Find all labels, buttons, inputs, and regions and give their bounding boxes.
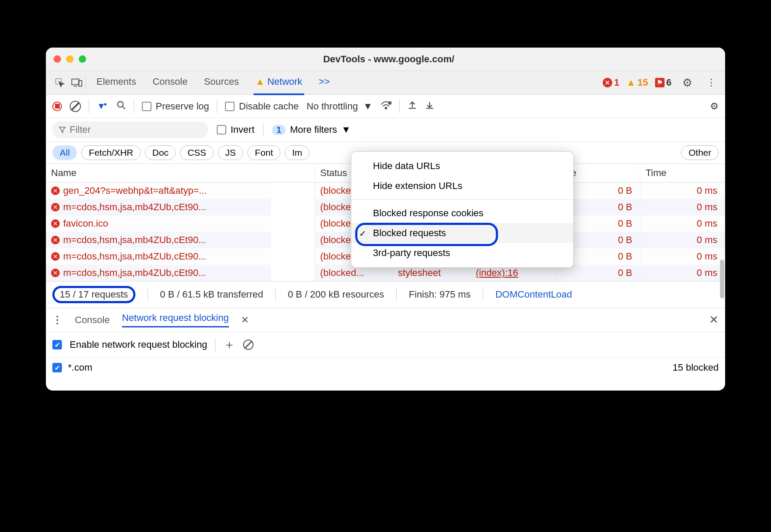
dd-3rd-party[interactable]: 3rd-party requests: [351, 243, 573, 263]
throttling-select[interactable]: No throttling▼: [307, 101, 373, 112]
close-drawer-icon[interactable]: ✕: [709, 313, 719, 327]
divider: [148, 288, 148, 301]
warnings-counter[interactable]: ▲15: [626, 77, 648, 88]
tab-network[interactable]: ▲Network: [254, 70, 304, 95]
type-pill-xhr[interactable]: Fetch/XHR: [81, 145, 141, 160]
record-button[interactable]: [52, 102, 62, 111]
type-pill-doc[interactable]: Doc: [145, 145, 176, 160]
network-toolbar: ▼• Preserve log Disable cache No throttl…: [46, 95, 725, 118]
divider: [86, 76, 86, 90]
close-drawer-tab-icon[interactable]: ✕: [241, 314, 249, 326]
cell-time: 0 ms: [640, 215, 725, 232]
divider: [215, 338, 215, 352]
divider: [483, 288, 483, 301]
divider: [263, 123, 263, 137]
type-pill-css[interactable]: CSS: [180, 145, 213, 160]
blocking-pattern-row[interactable]: ✔ *.com 15 blocked: [46, 358, 725, 378]
search-icon[interactable]: [116, 100, 126, 112]
dd-hide-extension-urls[interactable]: Hide extension URLs: [351, 176, 573, 196]
status-counters: ✕1 ▲15 ⚑6 ⚙ ⋮: [603, 74, 720, 91]
window-titlebar: DevTools - www.google.com/: [46, 48, 725, 71]
drawer-menu-icon[interactable]: ⋯: [51, 315, 64, 325]
dd-blocked-requests-label: Blocked requests: [373, 228, 446, 238]
chevron-down-icon: ▼: [363, 101, 373, 112]
error-circle-icon: ✕: [51, 203, 60, 212]
errors-count: 1: [614, 77, 619, 88]
disable-cache-checkbox[interactable]: Disable cache: [225, 101, 299, 112]
disable-cache-label: Disable cache: [239, 101, 299, 112]
drawer-tab-nrb[interactable]: Network request blocking: [122, 312, 229, 327]
svg-point-4: [385, 107, 387, 109]
cell-time: 0 ms: [640, 232, 725, 248]
gear-icon[interactable]: ⚙: [678, 74, 696, 91]
tab-console[interactable]: Console: [151, 70, 190, 95]
warning-triangle-icon: ▲: [626, 77, 636, 88]
inspect-element-icon[interactable]: [51, 74, 68, 91]
error-circle-icon: ✕: [51, 186, 60, 195]
invert-checkbox[interactable]: Invert: [217, 124, 254, 135]
type-pill-im[interactable]: Im: [285, 145, 309, 160]
error-circle-icon: ✕: [51, 252, 60, 261]
invert-label: Invert: [231, 124, 254, 135]
dd-blocked-cookies[interactable]: Blocked response cookies: [351, 203, 573, 223]
type-pill-all[interactable]: All: [52, 145, 77, 160]
pattern-enabled-checkbox[interactable]: ✔: [52, 363, 62, 372]
cell-name: ✕gen_204?s=webhp&t=aft&atyp=...: [46, 183, 271, 199]
clear-button[interactable]: [70, 101, 81, 112]
issues-counter[interactable]: ⚑6: [655, 77, 671, 88]
remove-all-patterns-icon[interactable]: [243, 340, 254, 350]
gear-icon[interactable]: ⚙: [710, 101, 719, 112]
divider: [89, 99, 89, 113]
preserve-log-checkbox[interactable]: Preserve log: [142, 101, 209, 112]
cell-time: 0 ms: [640, 248, 725, 265]
more-filters-label: More filters: [290, 124, 337, 135]
divider: [275, 288, 276, 301]
filter-bar: Invert 1 More filters ▼: [46, 118, 725, 142]
preserve-log-label: Preserve log: [156, 101, 209, 112]
type-pill-font[interactable]: Font: [247, 145, 280, 160]
divider: [399, 99, 400, 113]
dcl-status: DOMContentLoad: [495, 289, 572, 300]
col-header-time[interactable]: Time: [640, 164, 725, 183]
filter-input[interactable]: [52, 122, 208, 138]
filter-toggle-icon[interactable]: ▼•: [97, 101, 109, 111]
maximize-window-button[interactable]: [79, 55, 86, 63]
cell-time: 0 ms: [640, 265, 725, 281]
dd-blocked-requests[interactable]: ✓Blocked requests: [351, 223, 573, 243]
resources-status: 0 B / 200 kB resources: [288, 289, 384, 300]
window-title: DevTools - www.google.com/: [86, 54, 717, 65]
network-conditions-icon[interactable]: [380, 100, 392, 112]
errors-counter[interactable]: ✕1: [603, 77, 619, 88]
minimize-window-button[interactable]: [66, 55, 74, 63]
transferred-status: 0 B / 61.5 kB transferred: [160, 289, 263, 300]
close-window-button[interactable]: [54, 55, 61, 63]
tabs-overflow-button[interactable]: >>: [317, 70, 332, 95]
drawer-tab-console[interactable]: Console: [75, 314, 110, 326]
kebab-menu-icon[interactable]: ⋮: [703, 74, 720, 91]
more-filters-dropdown: Hide data URLs Hide extension URLs Block…: [351, 151, 574, 268]
tab-sources[interactable]: Sources: [202, 70, 241, 95]
error-circle-icon: ✕: [51, 269, 60, 277]
enable-blocking-label: Enable network request blocking: [70, 339, 207, 350]
svg-point-3: [118, 101, 123, 107]
type-pill-other[interactable]: Other: [681, 145, 719, 160]
type-pill-js[interactable]: JS: [218, 145, 244, 160]
enable-blocking-checkbox[interactable]: ✔: [52, 340, 62, 349]
tab-elements[interactable]: Elements: [95, 70, 138, 95]
pattern-text: *.com: [68, 362, 92, 373]
download-har-icon[interactable]: [425, 100, 434, 112]
cell-name: ✕m=cdos,hsm,jsa,mb4ZUb,cEt90...: [46, 232, 271, 248]
cell-name: ✕m=cdos,hsm,jsa,mb4ZUb,cEt90...: [46, 265, 271, 281]
col-header-name[interactable]: Name: [46, 164, 315, 183]
divider: [396, 288, 397, 301]
more-filters-button[interactable]: 1 More filters ▼: [272, 124, 351, 135]
cell-time: 0 ms: [640, 199, 725, 215]
drawer-tab-strip: ⋯ Console Network request blocking ✕ ✕: [46, 308, 725, 332]
upload-har-icon[interactable]: [408, 100, 417, 112]
scrollbar-thumb[interactable]: [720, 260, 724, 298]
dd-hide-data-urls[interactable]: Hide data URLs: [351, 156, 573, 176]
issues-flag-icon: ⚑: [655, 78, 665, 87]
error-circle-icon: ✕: [51, 219, 60, 228]
devices-icon[interactable]: [68, 74, 86, 91]
add-pattern-icon[interactable]: ＋: [223, 337, 235, 353]
